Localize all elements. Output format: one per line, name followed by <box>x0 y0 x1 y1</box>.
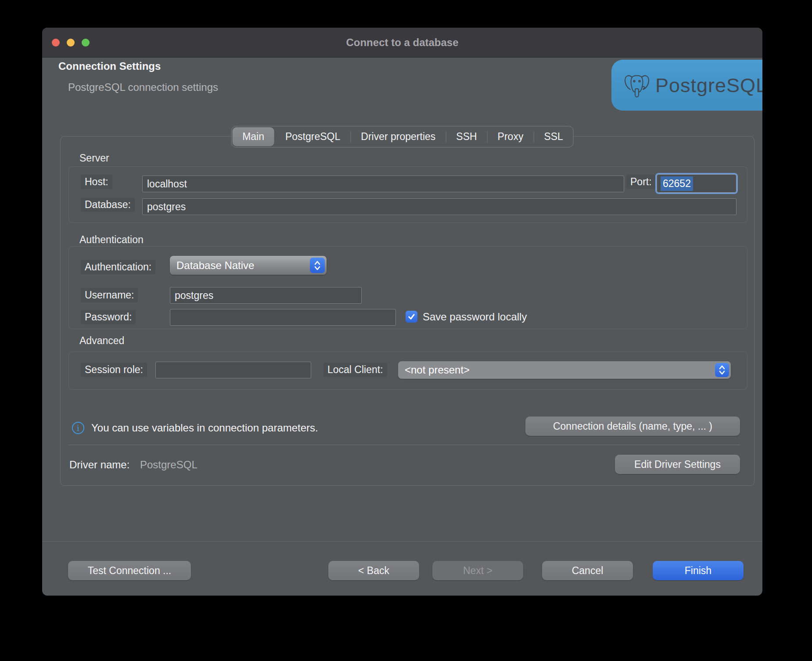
postgresql-logo-text: PostgreSQL <box>655 60 762 111</box>
tab-postgresql[interactable]: PostgreSQL <box>275 126 350 147</box>
authentication-method-label: Authentication: <box>81 260 155 274</box>
window-title: Connect to a database <box>42 28 762 57</box>
connect-dialog-window: Connect to a database Connection Setting… <box>42 28 762 596</box>
driver-name-value: PostgreSQL <box>140 459 198 471</box>
port-label: Port: <box>626 175 656 189</box>
page-subtitle: PostgreSQL connection settings <box>68 81 218 93</box>
local-client-value: <not present> <box>405 364 470 376</box>
server-groupbox: Host: Port: 62652 Database: <box>68 166 747 223</box>
panel-divider <box>68 445 740 445</box>
authentication-method-select[interactable]: Database Native <box>170 256 327 275</box>
tab-ssl[interactable]: SSL <box>534 126 573 147</box>
authentication-section-label: Authentication <box>79 234 144 246</box>
page-title: Connection Settings <box>58 60 161 72</box>
settings-tabbar: Main PostgreSQL Driver properties SSH Pr… <box>231 126 574 147</box>
save-password-label: Save password locally <box>423 311 527 323</box>
info-icon: i <box>72 422 84 434</box>
finish-button[interactable]: Finish <box>653 561 744 580</box>
chevron-up-down-icon <box>310 258 325 273</box>
password-input[interactable] <box>170 309 396 326</box>
host-label: Host: <box>81 175 112 189</box>
tab-driver-properties[interactable]: Driver properties <box>351 126 446 147</box>
authentication-groupbox: Authentication: Database Native Username… <box>68 246 747 329</box>
advanced-groupbox: Session role: Local Client: <not present… <box>68 352 747 390</box>
username-input[interactable] <box>170 287 362 304</box>
session-role-label: Session role: <box>81 363 147 377</box>
authentication-method-value: Database Native <box>176 259 254 272</box>
postgresql-banner: PostgreSQL <box>611 60 762 111</box>
database-input[interactable] <box>142 198 737 215</box>
info-message: You can use variables in connection para… <box>91 422 318 434</box>
back-button[interactable]: < Back <box>328 561 419 580</box>
advanced-section-label: Advanced <box>79 335 124 347</box>
tab-proxy[interactable]: Proxy <box>488 126 534 147</box>
postgresql-elephant-icon <box>623 71 651 99</box>
chevron-up-down-icon <box>715 363 729 377</box>
password-label: Password: <box>81 310 136 324</box>
host-input[interactable] <box>142 176 624 192</box>
server-section-label: Server <box>79 152 109 164</box>
cancel-button[interactable]: Cancel <box>542 561 633 580</box>
connection-details-button[interactable]: Connection details (name, type, ... ) <box>525 417 740 436</box>
tab-main[interactable]: Main <box>232 127 274 146</box>
main-tab-panel: Server Host: Port: 62652 Database: Authe… <box>60 136 755 486</box>
database-label: Database: <box>81 198 135 212</box>
local-client-select[interactable]: <not present> <box>398 361 731 379</box>
driver-name-label: Driver name: <box>69 459 129 471</box>
titlebar: Connect to a database <box>42 28 762 57</box>
save-password-checkbox[interactable] <box>406 311 417 323</box>
local-client-label: Local Client: <box>323 363 387 377</box>
tab-ssh[interactable]: SSH <box>446 126 487 147</box>
next-button[interactable]: Next > <box>432 561 523 580</box>
session-role-input[interactable] <box>155 362 311 378</box>
username-label: Username: <box>81 288 138 302</box>
port-selected-text: 62652 <box>661 176 693 191</box>
port-input[interactable]: 62652 <box>655 173 738 194</box>
test-connection-button[interactable]: Test Connection ... <box>68 561 191 580</box>
footer-divider <box>42 541 762 542</box>
edit-driver-settings-button[interactable]: Edit Driver Settings <box>615 455 740 474</box>
